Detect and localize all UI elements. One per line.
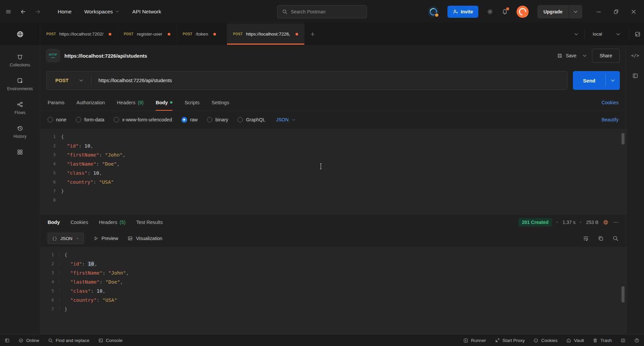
url-input[interactable]: https://localhost:7226/api/students: [92, 78, 178, 83]
statusbar-item-label: Vault: [574, 338, 584, 343]
request-tab-settings[interactable]: Settings: [212, 95, 229, 110]
new-tab-button[interactable]: [305, 23, 321, 45]
environment-selector[interactable]: local: [590, 32, 624, 37]
close-button[interactable]: [631, 9, 637, 15]
url-box: POST https://localhost:7226/api/students: [46, 71, 568, 90]
response-format-dropdown[interactable]: {} JSON: [48, 233, 84, 244]
open-tab[interactable]: POSTregister-user: [118, 23, 177, 45]
chevron-down: [115, 9, 119, 14]
line-number: 8: [40, 197, 61, 203]
sidebar: CollectionsEnvironmentsFlowsHistory: [0, 45, 40, 334]
request-tab-authorization[interactable]: Authorization: [76, 95, 105, 110]
globe-icon: [16, 31, 24, 38]
request-tab-headers[interactable]: Headers(9): [117, 95, 144, 110]
body-type-form-data[interactable]: form-data: [76, 117, 104, 122]
environments-icon: [17, 77, 23, 84]
account-avatar[interactable]: [517, 6, 529, 18]
language-dropdown[interactable]: JSON: [276, 117, 296, 122]
statusbar-item-trash[interactable]: Trash: [593, 338, 612, 343]
visualization-button[interactable]: Visualization: [127, 236, 162, 241]
response-tab-cookies[interactable]: Cookies: [70, 215, 88, 230]
open-tab[interactable]: POSThttps://localhost:7226,: [227, 23, 305, 45]
forward-icon[interactable]: [35, 9, 41, 15]
body-type-x-www-form-urlencoded[interactable]: x-www-form-urlencoded: [114, 117, 172, 122]
statusbar-item-help-icon[interactable]: [634, 338, 639, 343]
statusbar-item-online[interactable]: Online: [18, 338, 39, 343]
back-icon[interactable]: [20, 9, 26, 15]
response-body-editor[interactable]: 1{2 "id": 10,3 "firstName": "John",4 "la…: [40, 247, 626, 334]
request-tab-body[interactable]: Body: [156, 95, 172, 110]
notifications-button[interactable]: [502, 9, 508, 15]
copy-icon[interactable]: [598, 235, 604, 241]
sidebar-item-flows[interactable]: Flows: [14, 101, 25, 115]
layout-pane-icon[interactable]: [632, 73, 638, 79]
workspace-switcher[interactable]: [0, 23, 40, 45]
statusbar-item-cookies[interactable]: Cookies: [533, 338, 557, 343]
restore-button[interactable]: [613, 9, 619, 15]
tab-list-chevron-icon[interactable]: [574, 32, 579, 37]
save-button[interactable]: Save: [557, 53, 587, 58]
gear-icon[interactable]: [487, 9, 493, 15]
send-button[interactable]: Send: [573, 71, 620, 90]
minimize-button[interactable]: [596, 9, 602, 15]
response-tab-headers[interactable]: Headers(5): [99, 215, 126, 230]
body-type-raw[interactable]: raw: [181, 117, 198, 123]
sidebar-item-history[interactable]: History: [13, 125, 26, 139]
preview-button[interactable]: Preview: [93, 236, 118, 241]
radio-label: x-www-form-urlencoded: [122, 117, 172, 122]
request-tab-params[interactable]: Params: [48, 95, 64, 110]
request-body-editor[interactable]: 1{2 "id": 10,3 "firstName": "John",4 "la…: [40, 129, 626, 215]
more-actions-icon[interactable]: [613, 220, 619, 225]
share-button[interactable]: Share: [592, 49, 620, 63]
environment-quick-look-icon[interactable]: [635, 31, 641, 37]
invite-button[interactable]: Invite: [447, 6, 479, 18]
tab-label: Test Results: [136, 220, 163, 225]
hamburger-menu-icon[interactable]: [5, 9, 11, 15]
response-tab-body[interactable]: Body: [48, 220, 60, 225]
body-type-binary[interactable]: binary: [207, 117, 228, 122]
wrap-text-icon[interactable]: [583, 235, 589, 241]
statusbar-item-split-pane-icon[interactable]: [621, 338, 626, 343]
cookie-icon: [533, 338, 538, 343]
request-tab-scripts[interactable]: Scripts: [184, 95, 199, 110]
method-select[interactable]: POST: [47, 78, 91, 83]
topbar-nav-home[interactable]: Home: [58, 9, 71, 15]
open-tab[interactable]: POSThttps://localhost:7202/: [40, 23, 118, 45]
cookies-link[interactable]: Cookies: [601, 100, 619, 105]
team-avatar[interactable]: [428, 6, 439, 17]
statusbar-item-start-proxy[interactable]: Start Proxy: [495, 338, 525, 343]
code-snippet-icon[interactable]: </>: [631, 53, 639, 58]
sidebar-item-more[interactable]: [17, 149, 23, 155]
radio-label: raw: [190, 117, 198, 122]
scrollbar-thumb[interactable]: [622, 133, 625, 145]
radio-label: form-data: [84, 117, 104, 122]
body-type-none[interactable]: none: [48, 117, 66, 122]
tab-label: Scripts: [184, 100, 199, 105]
sidebar-item-environments[interactable]: Environments: [7, 77, 33, 91]
statusbar-item-runner[interactable]: Runner: [463, 338, 486, 343]
search-input[interactable]: Search Postman: [277, 5, 367, 18]
send-options-chevron-icon[interactable]: [606, 71, 620, 90]
scrollbar-thumb[interactable]: [622, 286, 625, 302]
request-panel: HTTP https://localhost:7226/api/students…: [40, 45, 626, 334]
network-info-icon[interactable]: [603, 220, 608, 225]
radio-icon: [114, 117, 119, 122]
open-tab[interactable]: POST/token: [177, 23, 227, 45]
topbar-right: Invite Upgrade: [428, 5, 644, 18]
search-response-icon[interactable]: [612, 235, 619, 241]
statusbar-item-vault[interactable]: Vault: [566, 338, 584, 343]
topbar-nav-workspaces[interactable]: Workspaces: [84, 9, 119, 15]
chevron-down-icon[interactable]: [569, 5, 582, 18]
statusbar-item-panel-left-icon[interactable]: [5, 338, 10, 343]
response-tab-test-results[interactable]: Test Results: [136, 215, 163, 230]
code-line: 1{: [40, 250, 626, 259]
right-rail: </>: [626, 45, 644, 334]
save-options-chevron-icon[interactable]: [582, 53, 587, 58]
body-type-graphql[interactable]: GraphQL: [237, 117, 265, 122]
topbar-nav-api-network[interactable]: API Network: [132, 9, 161, 15]
sidebar-item-collections[interactable]: Collections: [10, 54, 30, 67]
statusbar-item-console[interactable]: Console: [98, 338, 123, 343]
beautify-link[interactable]: Beautify: [601, 117, 619, 122]
upgrade-button[interactable]: Upgrade: [537, 5, 582, 18]
statusbar-item-find-and-replace[interactable]: Find and replace: [48, 338, 90, 343]
